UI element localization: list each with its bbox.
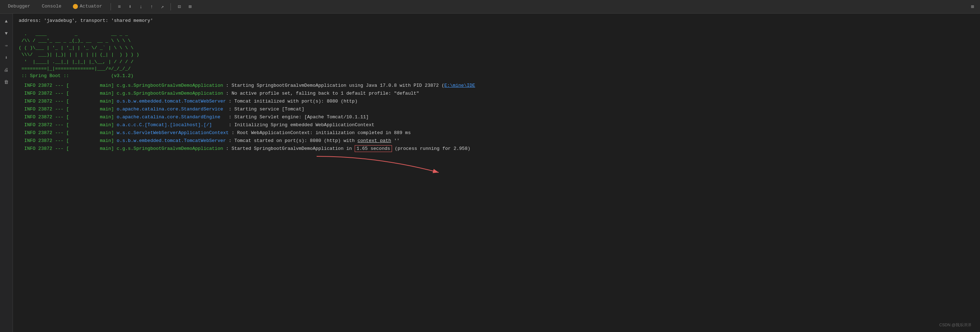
log-msg-4: : Starting service [Tomcat] [226, 106, 304, 113]
tab-console[interactable]: Console [37, 2, 67, 12]
toolbar-btn-4[interactable]: ↑ [147, 2, 156, 11]
log-level-9: INFO 23872 --- [ main] [19, 145, 117, 153]
log-logger-3: o.s.b.w.embedded.tomcat.TomcatWebServer [117, 98, 226, 105]
gutter-btn-up[interactable]: ▲ [2, 16, 11, 26]
tab-actuator[interactable]: Actuator [68, 2, 107, 12]
tab-actuator-label: Actuator [80, 3, 102, 9]
log-msg-7: : Root WebApplicationContext: initializa… [229, 130, 410, 137]
log-line-5: INFO 23872 --- [ main] o.apache.catalina… [19, 114, 974, 122]
log-msg-5: : Starting Servlet engine: [Apache Tomca… [226, 114, 369, 121]
log-line-3: INFO 23872 --- [ main] o.s.b.w.embedded.… [19, 98, 974, 106]
watermark: CSDN @我乐洋洋 [939, 323, 971, 328]
log-line-1: INFO 23872 --- [ main] c.g.s.SpringbootG… [19, 82, 974, 90]
gutter-btn-resume[interactable]: ⇒ [2, 41, 11, 50]
grid-layout-btn[interactable]: ⊞ [968, 2, 977, 11]
log-level-4: INFO 23872 --- [ main] [19, 106, 117, 113]
toolbar-right: ⊞ [965, 2, 977, 11]
log-logger-8: o.s.b.w.embedded.tomcat.TomcatWebServer [117, 137, 226, 145]
log-line-9: INFO 23872 --- [ main] c.g.s.SpringbootG… [19, 145, 974, 153]
log-logger-9: c.g.s.SpringbootGraalvmDemoApplication [117, 145, 223, 153]
log-logger-1: c.g.s.SpringbootGraalvmDemoApplication [117, 82, 223, 90]
gutter-btn-print[interactable]: 🖨 [2, 65, 11, 74]
log-line-8: INFO 23872 --- [ main] o.s.b.w.embedded.… [19, 137, 974, 145]
log-level-1: INFO 23872 --- [ main] [19, 82, 117, 90]
toolbar-btn-2[interactable]: ⬇ [125, 2, 135, 11]
tab-debugger[interactable]: Debugger [3, 2, 35, 12]
log-line-2: INFO 23872 --- [ main] c.g.s.SpringbootG… [19, 90, 974, 98]
content-wrapper: address: 'javadebug', transport: 'shared… [13, 14, 980, 332]
log-logger-6: o.a.c.c.C.[Tomcat].[localhost].[/] [117, 122, 226, 129]
address-line: address: 'javadebug', transport: 'shared… [19, 17, 974, 25]
toolbar-btn-6[interactable]: ⊡ [175, 2, 184, 11]
toolbar-btn-3[interactable]: ↓ [136, 2, 145, 11]
log-logger-5: o.apache.catalina.core.StandardEngine [117, 114, 226, 121]
gutter-btn-down[interactable]: ▼ [2, 29, 11, 38]
console-area[interactable]: address: 'javadebug', transport: 'shared… [13, 14, 980, 180]
log-link-1[interactable]: E:\mine\IDE [444, 83, 475, 88]
log-level-6: INFO 23872 --- [ main] [19, 122, 117, 129]
toolbar-btn-1[interactable]: ≡ [115, 2, 124, 11]
log-line-6: INFO 23872 --- [ main] o.a.c.c.C.[Tomcat… [19, 122, 974, 130]
main-content: ▲ ▼ ⇒ ⬇ 🖨 🗑 address: 'javadebug', transp… [0, 14, 980, 332]
log-msg-8: : Tomcat started on port(s): 8080 (http)… [226, 137, 399, 145]
log-msg-9: : Started SpringbootGraalvmDemoApplicati… [223, 145, 471, 153]
log-level-2: INFO 23872 --- [ main] [19, 90, 117, 98]
left-gutter: ▲ ▼ ⇒ ⬇ 🖨 🗑 [0, 14, 13, 332]
log-msg-6: : Initializing Spring embedded WebApplic… [226, 122, 374, 129]
log-level-5: INFO 23872 --- [ main] [19, 114, 117, 121]
log-msg-2: : No active profile set, falling back to… [223, 90, 419, 98]
log-msg-3: : Tomcat initialized with port(s): 8080 … [226, 98, 358, 105]
log-level-7: INFO 23872 --- [ main] [19, 130, 117, 137]
gutter-btn-stepover[interactable]: ⬇ [2, 53, 11, 62]
toolbar-btn-7[interactable]: ⊞ [185, 2, 194, 11]
actuator-icon [73, 4, 78, 9]
log-logger-4: o.apache.catalina.core.StandardService [117, 106, 226, 113]
toolbar-btn-5[interactable]: ↗ [158, 2, 167, 11]
log-msg-1: : Starting SpringbootGraalvmDemoApplicat… [223, 82, 475, 90]
gutter-btn-clear[interactable]: 🗑 [2, 77, 11, 87]
log-line-4: INFO 23872 --- [ main] o.apache.catalina… [19, 106, 974, 114]
underline-context-path: context path [358, 138, 391, 144]
arrow-annotation-svg [306, 155, 449, 176]
log-level-3: INFO 23872 --- [ main] [19, 98, 117, 105]
highlight-seconds: 1.65 seconds [355, 145, 392, 152]
log-logger-2: c.g.s.SpringbootGraalvmDemoApplication [117, 90, 223, 98]
separator-2 [170, 3, 171, 10]
annotation-area [19, 155, 974, 176]
log-level-8: INFO 23872 --- [ main] [19, 137, 117, 145]
toolbar: Debugger Console Actuator ≡ ⬇ ↓ ↑ ↗ ⊡ ⊞ … [0, 0, 980, 14]
log-line-7: INFO 23872 --- [ main] w.s.c.ServletWebS… [19, 130, 974, 137]
separator-1 [111, 3, 111, 10]
spring-banner: . ____ _ __ _ _ /\\ / ___'_ __ _ _(_)_ _… [19, 30, 974, 80]
log-logger-7: w.s.c.ServletWebServerApplicationContext [117, 130, 229, 137]
